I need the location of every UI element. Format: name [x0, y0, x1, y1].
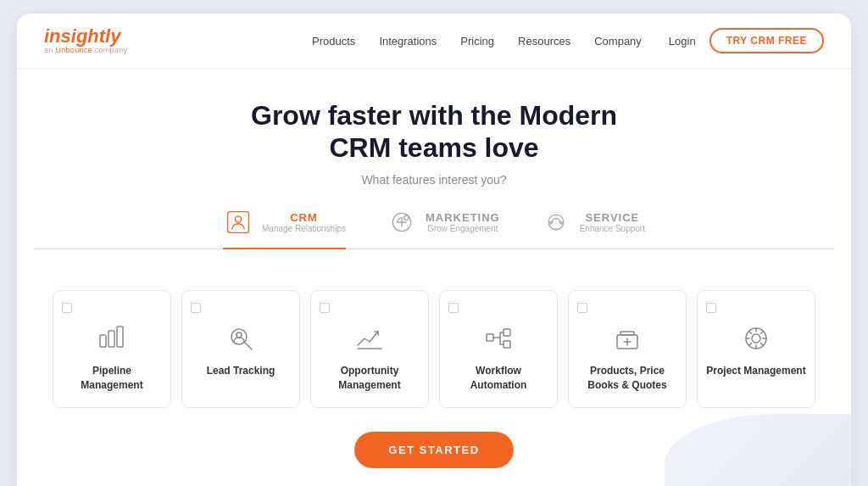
login-button[interactable]: Login	[669, 35, 696, 47]
card-checkbox[interactable]	[62, 303, 72, 313]
workflow-icon	[448, 323, 548, 354]
service-icon	[541, 207, 571, 237]
card-checkbox[interactable]	[577, 303, 587, 313]
card-lead[interactable]: Lead Tracking	[181, 290, 300, 409]
svg-line-28	[761, 331, 764, 333]
hero-headline: Grow faster with the Modern CRM teams lo…	[34, 99, 834, 165]
marketing-icon	[387, 207, 417, 237]
products-icon	[577, 323, 677, 354]
feature-tabs: CRM Manage Relationships MARKETING Grow	[34, 207, 834, 249]
svg-point-10	[236, 332, 242, 338]
card-checkbox[interactable]	[448, 303, 459, 313]
svg-line-26	[749, 331, 752, 333]
card-pipeline-label: Pipeline Management	[62, 364, 162, 393]
navigation: insightly an Unbounce company Products I…	[17, 14, 851, 69]
tab-marketing-title: MARKETING	[426, 211, 500, 224]
card-pipeline[interactable]: Pipeline Management	[53, 290, 171, 409]
nav-pricing[interactable]: Pricing	[460, 35, 494, 47]
tab-crm-subtitle: Manage Relationships	[262, 224, 346, 233]
nav-resources[interactable]: Resources	[518, 35, 570, 47]
card-opportunity-label: Opportunity Management	[320, 364, 420, 393]
card-products-label: Products, Price Books & Quotes	[577, 364, 677, 393]
svg-line-29	[749, 343, 752, 345]
card-project-label: Project Management	[706, 364, 806, 378]
try-crm-button[interactable]: TRY CRM FREE	[709, 28, 824, 53]
lead-icon	[191, 323, 291, 354]
svg-line-9	[245, 343, 252, 349]
svg-rect-12	[487, 334, 493, 341]
card-checkbox[interactable]	[320, 303, 330, 313]
tab-crm-title: CRM	[262, 211, 346, 224]
card-products[interactable]: Products, Price Books & Quotes	[568, 290, 687, 409]
svg-point-21	[752, 334, 760, 343]
tab-marketing[interactable]: MARKETING Grow Engagement	[387, 207, 500, 249]
tab-service-subtitle: Enhance Support	[580, 224, 645, 233]
get-started-button[interactable]: GET STARTED	[354, 432, 513, 468]
card-opportunity[interactable]: Opportunity Management	[310, 290, 429, 409]
crm-icon	[223, 207, 253, 237]
card-workflow-label: Workflow Automation	[448, 364, 548, 393]
card-project[interactable]: Project Management	[697, 290, 815, 409]
hero-subtext: What features interest you?	[34, 173, 834, 187]
cta-area: GET STARTED	[17, 432, 851, 486]
feature-cards: Pipeline Management Lead Tracking	[17, 290, 851, 433]
nav-integrations[interactable]: Integrations	[379, 35, 437, 47]
tab-service[interactable]: SERVICE Enhance Support	[541, 207, 645, 249]
tab-service-title: SERVICE	[580, 211, 645, 224]
card-workflow[interactable]: Workflow Automation	[439, 290, 558, 409]
svg-rect-5	[100, 335, 106, 347]
card-checkbox[interactable]	[706, 303, 716, 313]
logo-sub: an Unbounce company	[44, 46, 127, 54]
pipeline-icon	[62, 323, 162, 354]
svg-point-1	[235, 216, 241, 222]
svg-rect-14	[504, 341, 510, 348]
svg-rect-7	[117, 327, 123, 347]
card-checkbox[interactable]	[191, 303, 201, 313]
card-lead-label: Lead Tracking	[191, 364, 291, 378]
nav-company[interactable]: Company	[594, 35, 642, 47]
svg-point-3	[404, 215, 409, 220]
logo-text: insightly	[44, 27, 127, 46]
nav-products[interactable]: Products	[312, 35, 355, 47]
nav-links: Products Integrations Pricing Resources …	[312, 33, 642, 48]
tab-crm[interactable]: CRM Manage Relationships	[223, 207, 346, 249]
opportunity-icon	[320, 323, 420, 354]
svg-rect-17	[620, 332, 634, 335]
nav-right: Login TRY CRM FREE	[669, 28, 824, 53]
svg-line-27	[761, 343, 764, 345]
project-icon	[706, 323, 806, 354]
svg-rect-13	[504, 329, 510, 336]
tab-marketing-subtitle: Grow Engagement	[426, 224, 500, 233]
svg-rect-6	[108, 331, 114, 347]
hero-section: Grow faster with the Modern CRM teams lo…	[17, 69, 851, 290]
logo: insightly an Unbounce company	[44, 27, 127, 54]
